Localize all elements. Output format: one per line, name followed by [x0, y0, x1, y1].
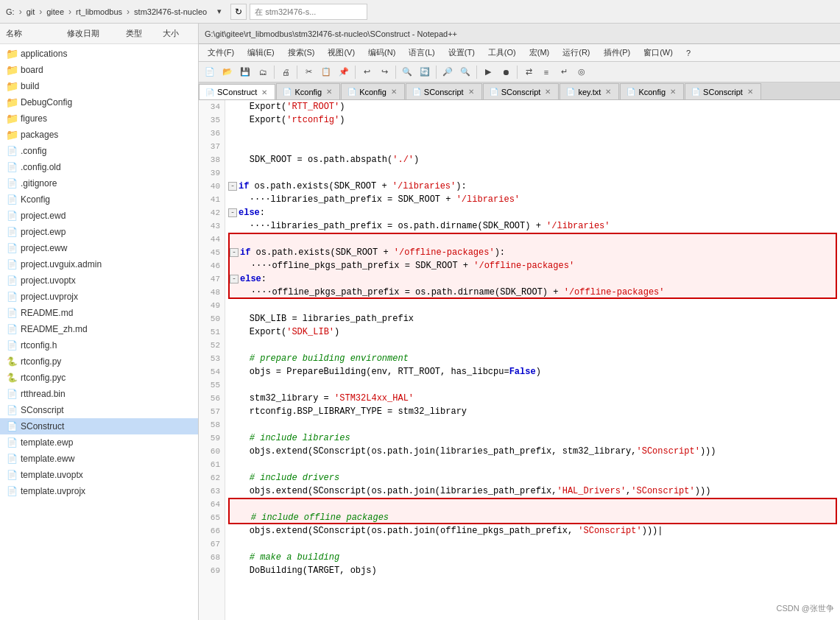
file-item[interactable]: 📄Kconfig: [0, 191, 198, 208]
tb-macro[interactable]: ▶: [480, 64, 496, 80]
menu-item[interactable]: 文件(F): [202, 46, 240, 60]
file-item[interactable]: 📄.config: [0, 143, 198, 159]
dropdown-button[interactable]: ▾: [211, 4, 227, 20]
menu-item[interactable]: 语言(L): [403, 46, 440, 60]
menu-item[interactable]: 宏(M): [523, 46, 556, 60]
breadcrumb-git[interactable]: git: [27, 7, 35, 16]
search-input[interactable]: [250, 4, 367, 20]
file-item[interactable]: 📄project.uvoptx: [0, 272, 198, 289]
file-item[interactable]: 📁build: [0, 78, 198, 94]
file-item[interactable]: 📄project.eww: [0, 240, 198, 256]
code-text: ····libraries_path_prefix = os.path.dirn…: [228, 221, 610, 231]
line-number: 60: [199, 445, 225, 458]
file-item[interactable]: 📄project.ewp: [0, 224, 198, 240]
tab-close-button[interactable]: ✕: [746, 88, 755, 96]
menu-item[interactable]: 编码(N): [362, 46, 401, 60]
menu-item[interactable]: 插件(P): [598, 46, 637, 60]
tb-print[interactable]: 🖨: [278, 64, 294, 80]
tab-close-button[interactable]: ✕: [389, 88, 398, 96]
fold-marker[interactable]: -: [228, 208, 237, 217]
code-editor[interactable]: 3435363738394041424344454647484950515253…: [199, 100, 840, 620]
file-item[interactable]: 📁packages: [0, 127, 198, 143]
tb-find[interactable]: 🔍: [399, 64, 415, 80]
tab-close-button[interactable]: ✕: [325, 88, 333, 96]
tab-close-button[interactable]: ✕: [668, 88, 677, 96]
tb-zoom-out[interactable]: 🔍: [457, 64, 473, 80]
editor-tab[interactable]: 📄Kconfig✕: [276, 83, 340, 99]
tb-save[interactable]: 💾: [237, 64, 253, 80]
menu-item[interactable]: 窗口(W): [638, 46, 679, 60]
breadcrumb-rt[interactable]: rt_libmodbus: [76, 7, 122, 16]
editor-tab[interactable]: 📄Kconfig✕: [620, 83, 684, 99]
code-line: -else:: [228, 206, 837, 219]
fold-marker[interactable]: -: [230, 275, 239, 283]
menu-item[interactable]: 视图(V): [322, 46, 361, 60]
tb-wordwrap[interactable]: ↵: [556, 64, 572, 80]
menu-item[interactable]: 工具(O): [482, 46, 522, 60]
file-item[interactable]: 📁DebugConfig: [0, 94, 198, 110]
menu-item[interactable]: 编辑(E): [241, 46, 280, 60]
tb-new[interactable]: 📄: [202, 64, 218, 80]
file-item[interactable]: 📄README.md: [0, 305, 198, 321]
tab-close-button[interactable]: ✕: [467, 88, 476, 96]
tb-sync[interactable]: ⇄: [520, 64, 537, 80]
tb-zoom-in[interactable]: 🔎: [440, 64, 456, 80]
refresh-button[interactable]: ↻: [230, 4, 247, 20]
breadcrumb-nucleo[interactable]: stm32l476-st-nucleo: [134, 7, 207, 16]
fold-marker[interactable]: -: [230, 248, 239, 257]
fold-marker[interactable]: -: [228, 182, 237, 191]
tab-close-button[interactable]: ✕: [604, 88, 613, 96]
editor-tab[interactable]: 📄SConscript✕: [406, 83, 482, 99]
file-item[interactable]: 📄template.uvoptx: [0, 467, 198, 483]
line-number: 39: [199, 166, 225, 180]
file-icon: 📄: [6, 210, 18, 222]
file-item[interactable]: 📄project.ewd: [0, 208, 198, 224]
file-item[interactable]: 📁applications: [0, 46, 198, 62]
editor-tab[interactable]: 📄key.txt✕: [560, 83, 619, 99]
tb-paste[interactable]: 📌: [336, 64, 352, 80]
file-item[interactable]: 📄template.ewp: [0, 434, 198, 451]
file-item[interactable]: 📄rtconfig.h: [0, 337, 198, 353]
file-item[interactable]: 📄.gitignore: [0, 175, 198, 191]
folder-icon: 📁: [6, 96, 18, 108]
tb-redo[interactable]: ↪: [376, 64, 392, 80]
file-item[interactable]: 📁figures: [0, 110, 198, 127]
file-item[interactable]: 📁board: [0, 62, 198, 78]
file-item[interactable]: 📄rtthread.bin: [0, 386, 198, 402]
tb-transparent[interactable]: ◎: [573, 64, 590, 80]
col-size: 大小: [163, 28, 192, 39]
editor-tab[interactable]: 📄SConscript✕: [685, 83, 761, 99]
tb-copy[interactable]: 📋: [318, 64, 334, 80]
menu-item[interactable]: 运行(R): [557, 46, 596, 60]
menu-item[interactable]: 设置(T): [442, 46, 481, 60]
file-item[interactable]: 📄SConscript: [0, 402, 198, 418]
file-item[interactable]: 📄.config.old: [0, 159, 198, 175]
tb-saveall[interactable]: 🗂: [255, 64, 271, 80]
editor-tab[interactable]: 📄SConstruct✕: [199, 84, 275, 100]
file-item[interactable]: 📄project.uvguix.admin: [0, 256, 198, 272]
tb-undo[interactable]: ↩: [359, 64, 375, 80]
file-item[interactable]: 📄template.uvprojx: [0, 483, 198, 499]
menu-item[interactable]: ?: [680, 47, 696, 59]
editor-tab[interactable]: 📄SConscript✕: [483, 83, 560, 99]
code-content[interactable]: Export('RTT_ROOT') Export('rtconfig') SD…: [225, 100, 840, 620]
tb-indent[interactable]: ≡: [538, 64, 554, 80]
file-item[interactable]: 📄template.eww: [0, 451, 198, 467]
file-item[interactable]: 🐍rtconfig.pyc: [0, 370, 198, 386]
file-item[interactable]: 📄project.uvprojx: [0, 289, 198, 305]
line-numbers: 3435363738394041424344454647484950515253…: [199, 100, 225, 620]
editor-tab[interactable]: 📄Kconfig✕: [341, 83, 405, 99]
tb-cut[interactable]: ✂: [300, 64, 317, 80]
menu-item[interactable]: 搜索(S): [282, 46, 321, 60]
breadcrumb-gitee[interactable]: gitee: [46, 7, 64, 16]
breadcrumb-g[interactable]: G:: [6, 7, 15, 16]
tab-close-button[interactable]: ✕: [260, 88, 269, 96]
tb-replace[interactable]: 🔄: [417, 64, 433, 80]
file-item[interactable]: 📄README_zh.md: [0, 321, 198, 337]
tb-open[interactable]: 📂: [219, 64, 236, 80]
file-item[interactable]: 🐍rtconfig.py: [0, 353, 198, 370]
code-line: [228, 299, 837, 312]
file-item[interactable]: 📄SConstruct: [0, 418, 198, 434]
tab-close-button[interactable]: ✕: [543, 88, 552, 96]
tb-macro2[interactable]: ⏺: [498, 64, 514, 80]
